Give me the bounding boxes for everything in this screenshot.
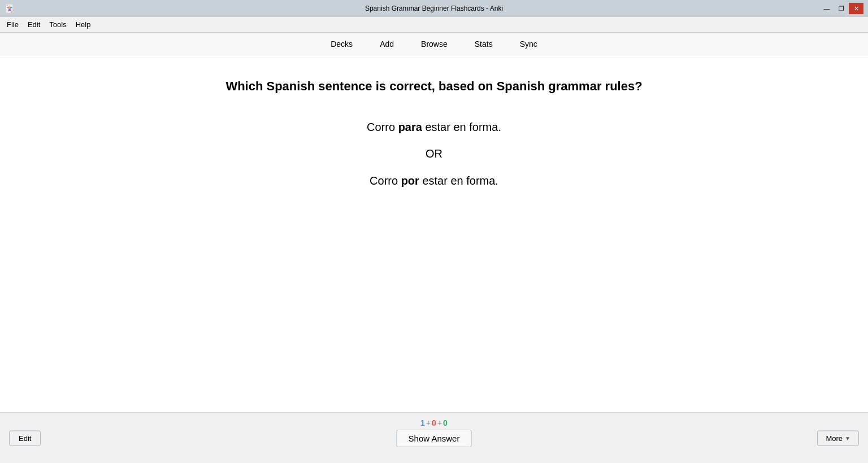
counter-plus2: + — [437, 418, 442, 427]
app-icon: 🃏 — [5, 4, 14, 13]
menu-edit[interactable]: Edit — [23, 18, 45, 31]
more-label: More — [826, 434, 843, 442]
more-button[interactable]: More ▼ — [817, 430, 859, 445]
counter-due: 0 — [443, 418, 448, 427]
title-bar-left: 🃏 — [5, 4, 14, 13]
card-content: Which Spanish sentence is correct, based… — [0, 55, 868, 412]
sentence2-suffix: estar en forma. — [419, 174, 498, 187]
toolbar-sync[interactable]: Sync — [511, 37, 546, 51]
more-chevron-icon: ▼ — [845, 435, 850, 441]
menu-file[interactable]: File — [2, 18, 23, 31]
menu-tools[interactable]: Tools — [45, 18, 71, 31]
title-bar-title: Spanish Grammar Beginner Flashcards - An… — [365, 5, 503, 12]
restore-button[interactable]: ❐ — [834, 3, 849, 14]
sentence2-bold: por — [401, 174, 419, 187]
edit-button[interactable]: Edit — [9, 430, 41, 445]
title-bar-controls: — ❐ ✕ — [819, 3, 863, 14]
toolbar-add[interactable]: Add — [371, 37, 403, 51]
sentence2: Corro por estar en forma. — [370, 172, 498, 190]
sentence1-bold: para — [398, 121, 422, 133]
counter-learn: 0 — [432, 418, 436, 427]
sentence1-prefix: Corro — [367, 121, 398, 133]
toolbar-stats[interactable]: Stats — [466, 37, 502, 51]
title-bar: 🃏 Spanish Grammar Beginner Flashcards - … — [0, 0, 868, 17]
sentence2-prefix: Corro — [370, 174, 401, 187]
menu-bar: File Edit Tools Help — [0, 17, 868, 33]
minimize-button[interactable]: — — [819, 3, 834, 14]
counter-new: 1 — [420, 418, 425, 427]
show-answer-button[interactable]: Show Answer — [397, 430, 472, 447]
toolbar-decks[interactable]: Decks — [322, 37, 362, 51]
toolbar: Decks Add Browse Stats Sync — [0, 33, 868, 55]
toolbar-browse[interactable]: Browse — [412, 37, 457, 51]
counter-row: 1 + 0 + 0 — [420, 418, 448, 427]
sentence1: Corro para estar en forma. — [367, 118, 501, 136]
menu-help[interactable]: Help — [71, 18, 96, 31]
counter-plus1: + — [426, 418, 431, 427]
close-button[interactable]: ✕ — [849, 3, 863, 14]
sentence1-suffix: estar en forma. — [422, 121, 501, 133]
bottom-bar: Edit 1 + 0 + 0 Show Answer More ▼ — [0, 412, 868, 463]
or-divider: OR — [426, 147, 442, 160]
question-text: Which Spanish sentence is correct, based… — [225, 78, 642, 95]
